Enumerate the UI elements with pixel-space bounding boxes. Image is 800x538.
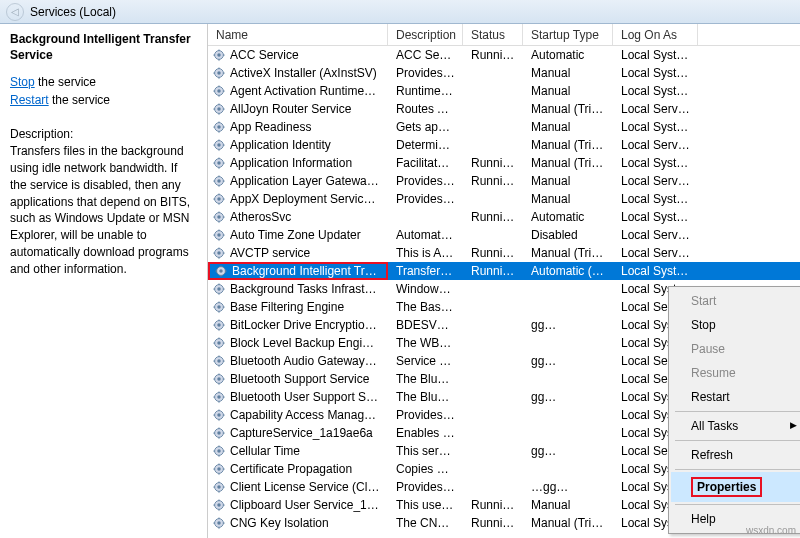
gear-icon bbox=[212, 192, 226, 206]
description-text: Transfers files in the background using … bbox=[10, 143, 197, 277]
service-name: Bluetooth Support Service bbox=[230, 372, 369, 386]
service-name: Block Level Backup Engine S… bbox=[230, 336, 380, 350]
menu-start[interactable]: Start bbox=[671, 289, 800, 313]
gear-icon bbox=[212, 246, 226, 260]
service-name: Certificate Propagation bbox=[230, 462, 352, 476]
gear-icon bbox=[212, 228, 226, 242]
table-row[interactable]: ACC ServiceACC ServiceRunningAutomaticLo… bbox=[208, 46, 800, 64]
service-name: AVCTP service bbox=[230, 246, 310, 260]
gear-icon bbox=[212, 516, 226, 530]
restart-link[interactable]: Restart bbox=[10, 93, 49, 107]
gear-icon bbox=[212, 120, 226, 134]
service-name: ACC Service bbox=[230, 48, 299, 62]
gear-icon bbox=[214, 264, 228, 278]
service-name: BitLocker Drive Encryption S… bbox=[230, 318, 380, 332]
service-name: Background Tasks Infrastruc… bbox=[230, 282, 380, 296]
service-name: Agent Activation Runtime_1… bbox=[230, 84, 380, 98]
gear-icon bbox=[212, 426, 226, 440]
header-status[interactable]: Status bbox=[463, 24, 523, 45]
service-name: Bluetooth Audio Gateway Se… bbox=[230, 354, 380, 368]
gear-icon bbox=[212, 48, 226, 62]
table-row[interactable]: Application IdentityDetermines …Manual (… bbox=[208, 136, 800, 154]
gear-icon bbox=[212, 498, 226, 512]
gear-icon bbox=[212, 462, 226, 476]
service-name: Cellular Time bbox=[230, 444, 300, 458]
gear-icon bbox=[212, 354, 226, 368]
left-pane: Background Intelligent Transfer Service … bbox=[0, 24, 208, 538]
header-startup[interactable]: Startup Type bbox=[523, 24, 613, 45]
watermark: wsxdn.com bbox=[746, 525, 796, 536]
context-menu: Start Stop Pause Resume Restart All Task… bbox=[668, 286, 800, 534]
menu-separator bbox=[675, 504, 800, 505]
menu-separator bbox=[675, 469, 800, 470]
service-name: AppX Deployment Service (A… bbox=[230, 192, 380, 206]
column-headers: Name Description Status Startup Type Log… bbox=[208, 24, 800, 46]
right-pane: Name Description Status Startup Type Log… bbox=[208, 24, 800, 538]
service-name: CaptureService_1a19ae6a bbox=[230, 426, 373, 440]
gear-icon bbox=[212, 138, 226, 152]
stop-link[interactable]: Stop bbox=[10, 75, 35, 89]
titlebar: ◁ Services (Local) bbox=[0, 0, 800, 24]
table-row[interactable]: Application Layer Gateway S…Provides sup… bbox=[208, 172, 800, 190]
back-icon: ◁ bbox=[6, 3, 24, 21]
service-name: App Readiness bbox=[230, 120, 311, 134]
service-name: CNG Key Isolation bbox=[230, 516, 329, 530]
table-row[interactable]: Agent Activation Runtime_1…Runtime for …… bbox=[208, 82, 800, 100]
table-row[interactable]: ActiveX Installer (AxInstSV)Provides Use… bbox=[208, 64, 800, 82]
service-name: AtherosSvc bbox=[230, 210, 291, 224]
titlebar-title: Services (Local) bbox=[30, 5, 116, 19]
service-name: AllJoyn Router Service bbox=[230, 102, 351, 116]
gear-icon bbox=[212, 174, 226, 188]
menu-stop[interactable]: Stop bbox=[671, 313, 800, 337]
gear-icon bbox=[212, 336, 226, 350]
gear-icon bbox=[212, 210, 226, 224]
service-name: Background Intelligent Tran… bbox=[232, 264, 378, 278]
gear-icon bbox=[212, 282, 226, 296]
gear-icon bbox=[212, 372, 226, 386]
menu-all-tasks[interactable]: All Tasks▶ bbox=[671, 414, 800, 438]
menu-properties[interactable]: Properties bbox=[671, 472, 800, 502]
table-row[interactable]: AtherosSvcRunningAutomaticLocal System bbox=[208, 208, 800, 226]
gear-icon bbox=[212, 480, 226, 494]
service-actions: Stop the service Restart the service bbox=[10, 73, 197, 109]
table-row[interactable]: Background Intelligent Tran…Transfers fi… bbox=[208, 262, 800, 280]
menu-separator bbox=[675, 440, 800, 441]
gear-icon bbox=[212, 156, 226, 170]
service-name: Application Information bbox=[230, 156, 352, 170]
service-name: Bluetooth User Support Serv… bbox=[230, 390, 380, 404]
service-name: Application Identity bbox=[230, 138, 331, 152]
gear-icon bbox=[212, 102, 226, 116]
service-name: Auto Time Zone Updater bbox=[230, 228, 361, 242]
menu-restart[interactable]: Restart bbox=[671, 385, 800, 409]
submenu-arrow-icon: ▶ bbox=[790, 420, 797, 430]
gear-icon bbox=[212, 390, 226, 404]
service-name: Base Filtering Engine bbox=[230, 300, 344, 314]
gear-icon bbox=[212, 84, 226, 98]
table-row[interactable]: App ReadinessGets apps re…ManualLocal Sy… bbox=[208, 118, 800, 136]
service-name: Clipboard User Service_1a19… bbox=[230, 498, 380, 512]
table-row[interactable]: Application InformationFacilitates th…Ru… bbox=[208, 154, 800, 172]
header-logon[interactable]: Log On As bbox=[613, 24, 698, 45]
description-label: Description: bbox=[10, 127, 197, 141]
service-name: Capability Access Manager S… bbox=[230, 408, 380, 422]
gear-icon bbox=[212, 318, 226, 332]
service-name: Client License Service (ClipSV… bbox=[230, 480, 380, 494]
menu-refresh[interactable]: Refresh bbox=[671, 443, 800, 467]
table-row[interactable]: AVCTP serviceThis is Audio…RunningManual… bbox=[208, 244, 800, 262]
service-name: Application Layer Gateway S… bbox=[230, 174, 380, 188]
table-row[interactable]: AppX Deployment Service (A…Provides infr… bbox=[208, 190, 800, 208]
menu-pause[interactable]: Pause bbox=[671, 337, 800, 361]
selected-service-heading: Background Intelligent Transfer Service bbox=[10, 32, 197, 63]
gear-icon bbox=[212, 444, 226, 458]
gear-icon bbox=[212, 408, 226, 422]
header-name[interactable]: Name bbox=[208, 24, 388, 45]
main-area: Background Intelligent Transfer Service … bbox=[0, 24, 800, 538]
header-description[interactable]: Description bbox=[388, 24, 463, 45]
service-name: ActiveX Installer (AxInstSV) bbox=[230, 66, 377, 80]
gear-icon bbox=[212, 300, 226, 314]
table-row[interactable]: Auto Time Zone UpdaterAutomaticall…Disab… bbox=[208, 226, 800, 244]
table-row[interactable]: AllJoyn Router ServiceRoutes AllJo…Manua… bbox=[208, 100, 800, 118]
menu-separator bbox=[675, 411, 800, 412]
menu-resume[interactable]: Resume bbox=[671, 361, 800, 385]
gear-icon bbox=[212, 66, 226, 80]
